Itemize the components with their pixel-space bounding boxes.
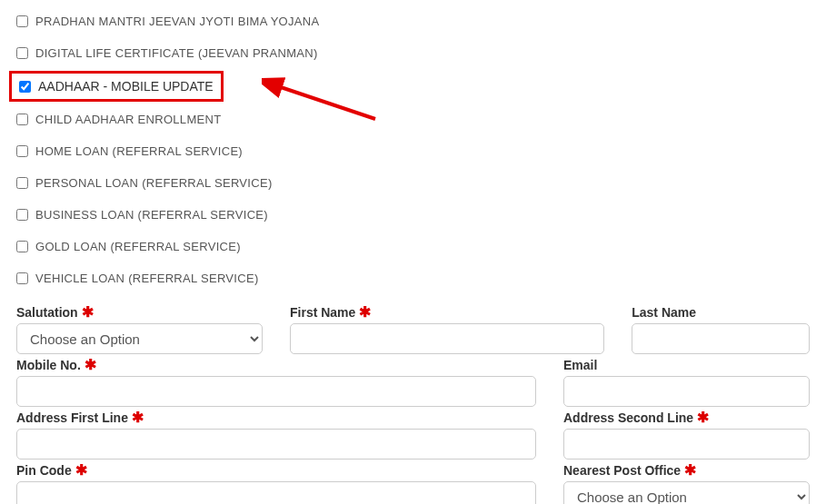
pincode-label: Pin Code	[16, 463, 72, 478]
checkbox-gold-loan[interactable]	[16, 241, 28, 252]
last-name-input[interactable]	[632, 323, 810, 354]
field-address2: Address Second Line✱	[563, 410, 810, 460]
checkbox-label: PERSONAL LOAN (REFERRAL SERVICE)	[35, 176, 273, 190]
required-icon: ✱	[82, 305, 94, 320]
checkbox-vehicle-loan[interactable]	[16, 272, 28, 284]
field-salutation: Salutation✱ Choose an Option	[16, 305, 263, 354]
checkbox-label: HOME LOAN (REFERRAL SERVICE)	[35, 144, 243, 158]
first-name-label: First Name	[290, 305, 355, 320]
checkbox-row: PERSONAL LOAN (REFERRAL SERVICE)	[16, 167, 810, 199]
address2-label: Address Second Line	[563, 410, 693, 425]
checkbox-child-aadhaar[interactable]	[16, 114, 28, 125]
applicant-form: Salutation✱ Choose an Option First Name✱…	[16, 305, 810, 504]
checkbox-row: GOLD LOAN (REFERRAL SERVICE)	[16, 231, 810, 262]
checkbox-pradhan-mantri[interactable]	[16, 15, 28, 27]
checkbox-row: VEHICLE LOAN (REFERRAL SERVICE)	[16, 262, 810, 294]
required-icon: ✱	[85, 358, 96, 372]
field-first-name: First Name✱	[290, 305, 604, 354]
email-input[interactable]	[563, 376, 810, 407]
first-name-input[interactable]	[290, 323, 604, 354]
checkbox-label: PRADHAN MANTRI JEEVAN JYOTI BIMA YOJANA	[35, 15, 319, 28]
address1-label: Address First Line	[16, 410, 128, 425]
salutation-select[interactable]: Choose an Option	[16, 323, 263, 354]
checkbox-label: DIGITAL LIFE CERTIFICATE (JEEVAN PRANMAN…	[35, 46, 318, 60]
service-checkbox-list: PRADHAN MANTRI JEEVAN JYOTI BIMA YOJANA …	[16, 0, 810, 294]
field-mobile-no: Mobile No.✱	[16, 358, 536, 407]
required-icon: ✱	[132, 410, 144, 425]
checkbox-row: CHILD AADHAAR ENROLLMENT	[16, 104, 810, 135]
mobile-label: Mobile No.	[16, 358, 81, 372]
checkbox-personal-loan[interactable]	[16, 177, 28, 189]
checkbox-business-loan[interactable]	[16, 209, 28, 221]
checkbox-row: HOME LOAN (REFERRAL SERVICE)	[16, 135, 810, 167]
field-pincode: Pin Code✱	[16, 463, 536, 504]
nearest-po-select[interactable]: Choose an Option	[563, 481, 810, 504]
pincode-input[interactable]	[16, 481, 536, 504]
checkbox-digital-life-cert[interactable]	[16, 47, 28, 59]
email-label: Email	[563, 358, 597, 372]
checkbox-home-loan[interactable]	[16, 145, 28, 157]
address2-input[interactable]	[563, 429, 810, 460]
checkbox-label: BUSINESS LOAN (REFERRAL SERVICE)	[35, 208, 268, 222]
checkbox-label: GOLD LOAN (REFERRAL SERVICE)	[35, 240, 241, 253]
address1-input[interactable]	[16, 429, 536, 460]
checkbox-row: BUSINESS LOAN (REFERRAL SERVICE)	[16, 199, 810, 231]
field-address1: Address First Line✱	[16, 410, 536, 460]
salutation-label: Salutation	[16, 305, 78, 320]
field-last-name: Last Name	[632, 305, 810, 354]
checkbox-aadhaar-mobile-update[interactable]	[19, 81, 31, 93]
field-nearest-po: Nearest Post Office✱ Choose an Option	[563, 463, 810, 504]
required-icon: ✱	[75, 463, 87, 478]
checkbox-label: AADHAAR - MOBILE UPDATE	[38, 79, 214, 94]
checkbox-row: DIGITAL LIFE CERTIFICATE (JEEVAN PRANMAN…	[16, 37, 810, 69]
highlighted-checkbox-row: AADHAAR - MOBILE UPDATE	[16, 69, 810, 104]
field-email: Email	[563, 358, 810, 407]
last-name-label: Last Name	[632, 305, 696, 320]
required-icon: ✱	[359, 305, 371, 320]
nearest-po-label: Nearest Post Office	[563, 463, 681, 478]
required-icon: ✱	[684, 463, 696, 478]
checkbox-label: VEHICLE LOAN (REFERRAL SERVICE)	[35, 272, 259, 285]
required-icon: ✱	[697, 410, 709, 425]
mobile-input[interactable]	[16, 376, 536, 407]
checkbox-row: PRADHAN MANTRI JEEVAN JYOTI BIMA YOJANA	[16, 5, 810, 37]
checkbox-label: CHILD AADHAAR ENROLLMENT	[35, 113, 221, 126]
